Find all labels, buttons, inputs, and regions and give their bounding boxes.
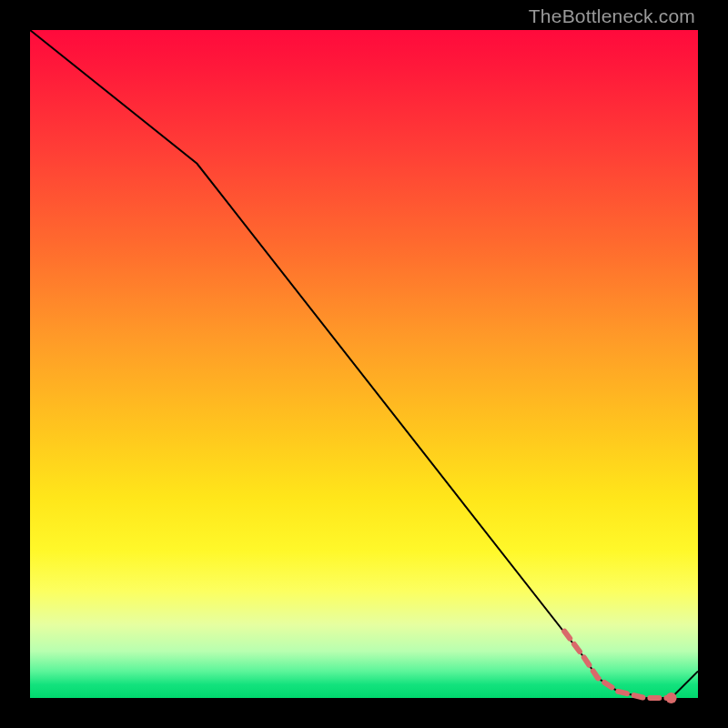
- chart-overlay: [30, 30, 698, 698]
- highlight-dash-group: [564, 632, 671, 698]
- curve-line: [30, 30, 698, 698]
- marker-dot-group: [666, 693, 677, 703]
- chart-frame: TheBottleneck.com: [0, 0, 728, 728]
- curve-line-group: [30, 30, 698, 698]
- marker-dot: [666, 693, 677, 703]
- highlight-dash: [564, 632, 671, 698]
- watermark-text: TheBottleneck.com: [529, 5, 695, 27]
